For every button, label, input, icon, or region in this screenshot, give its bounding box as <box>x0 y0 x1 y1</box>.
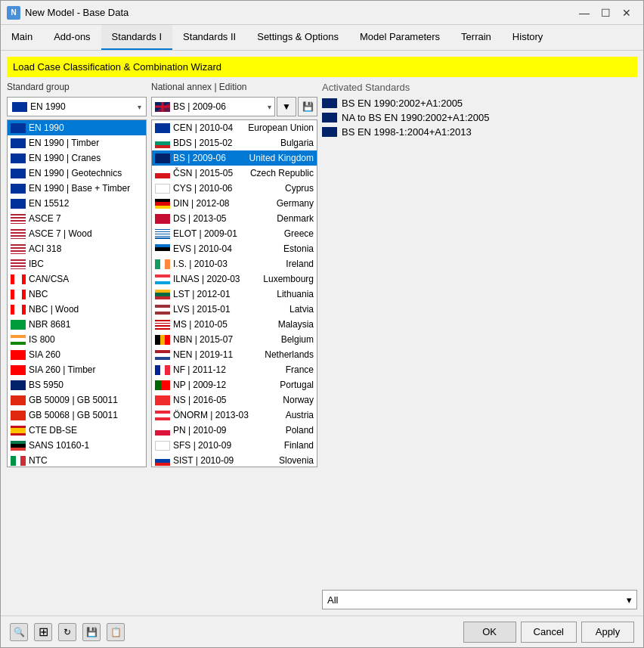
standard-group-item[interactable]: IS 800 <box>8 332 146 347</box>
menu-settings[interactable]: Settings & Options <box>246 25 349 50</box>
standard-group-item[interactable]: GB 50009 | GB 50011 <box>8 392 146 408</box>
standard-group-item[interactable]: EN 1990 | Timber <box>8 135 146 150</box>
standard-group-item[interactable]: GB 50068 | GB 50011 <box>8 408 146 423</box>
standard-group-item[interactable]: NTC <box>8 453 146 467</box>
title-bar: N New Model - Base Data — ☐ ✕ <box>1 1 643 25</box>
national-annex-item[interactable]: LVS | 2015-01Latvia <box>152 302 317 317</box>
standard-group-item[interactable]: CTE DB-SE <box>8 423 146 438</box>
national-annex-item[interactable]: I.S. | 2010-03Ireland <box>152 256 317 271</box>
national-annex-list[interactable]: CEN | 2010-04European UnionBDS | 2015-02… <box>151 119 317 467</box>
minimize-button[interactable]: — <box>574 2 595 23</box>
standard-group-item[interactable]: NBC | Wood <box>8 302 146 317</box>
window-title: New Model - Base Data <box>25 7 574 18</box>
standard-group-item[interactable]: EN 1990 | Geotechnics <box>8 166 146 181</box>
refresh-status-icon[interactable]: ↻ <box>58 623 76 641</box>
national-annex-item[interactable]: NP | 2009-12Portugal <box>152 377 317 392</box>
save-config-button[interactable]: 💾 <box>298 97 317 116</box>
activated-standard-item: BS EN 1990:2002+A1:2005 <box>322 98 637 109</box>
standard-group-item[interactable]: ACI 318 <box>8 241 146 256</box>
national-annex-item[interactable]: MS | 2010-05Malaysia <box>152 317 317 332</box>
standard-group-item[interactable]: EN 15512 <box>8 196 146 211</box>
national-annex-item[interactable]: NS | 2016-05Norway <box>152 392 317 408</box>
standard-group-item[interactable]: BS 5950 <box>8 377 146 392</box>
national-annex-item[interactable]: SIST | 2010-09Slovenia <box>152 453 317 467</box>
national-annex-item[interactable]: CYS | 2010-06Cyprus <box>152 181 317 196</box>
national-annex-item[interactable]: NBN | 2015-07Belgium <box>152 332 317 347</box>
standard-group-item[interactable]: EN 1990 <box>8 120 146 135</box>
title-bar-buttons: — ☐ ✕ <box>574 2 637 23</box>
activated-standards-list: BS EN 1990:2002+A1:2005NA to BS EN 1990:… <box>322 98 637 138</box>
middle-header: BS | 2009-06 ▾ ▼ 💾 <box>151 97 317 116</box>
national-annex-item[interactable]: DIN | 2012-08Germany <box>152 196 317 211</box>
national-annex-item[interactable]: ČSN | 2015-05Czech Republic <box>152 166 317 181</box>
middle-panel: National annex | Edition BS | 2009-06 ▾ … <box>151 82 317 609</box>
menu-main[interactable]: Main <box>1 25 43 50</box>
copy-status-icon[interactable]: 📋 <box>107 623 125 641</box>
standard-group-label: Standard group <box>7 82 147 92</box>
national-annex-item[interactable]: PN | 2010-09Poland <box>152 423 317 438</box>
chevron-down-icon2: ▾ <box>268 103 271 111</box>
standard-group-item[interactable]: SIA 260 <box>8 347 146 362</box>
cancel-button[interactable]: Cancel <box>521 622 577 643</box>
standard-group-item[interactable]: IBC <box>8 256 146 271</box>
status-icons: 🔍 ⊞ ↻ 💾 📋 <box>10 623 125 641</box>
national-annex-item[interactable]: NEN | 2019-11Netherlands <box>152 347 317 362</box>
search-status-icon[interactable]: 🔍 <box>10 623 28 641</box>
standard-group-item[interactable]: EN 1990 | Cranes <box>8 150 146 166</box>
wizard-title: Load Case Classification & Combination W… <box>13 61 221 73</box>
app-icon: N <box>7 6 20 20</box>
close-button[interactable]: ✕ <box>616 2 637 23</box>
uk-flag-icon <box>155 102 170 112</box>
main-window: N New Model - Base Data — ☐ ✕ Main Add-o… <box>0 0 644 648</box>
filter-button[interactable]: ▼ <box>277 97 296 116</box>
national-annex-item[interactable]: BS | 2009-06United Kingdom <box>152 150 317 166</box>
standard-group-dropdown[interactable]: EN 1990 ▾ <box>7 97 147 116</box>
filter-value: All <box>327 594 338 606</box>
action-buttons: OK Cancel Apply <box>463 622 634 643</box>
national-annex-item[interactable]: DS | 2013-05Denmark <box>152 211 317 226</box>
national-annex-label: National annex | Edition <box>151 82 317 92</box>
menu-model-params[interactable]: Model Parameters <box>349 25 450 50</box>
standard-group-item[interactable]: CAN/CSA <box>8 271 146 287</box>
standard-group-value: EN 1990 <box>30 101 138 112</box>
filter-chevron-icon: ▾ <box>627 594 632 606</box>
national-annex-item[interactable]: LST | 2012-01Lithuania <box>152 287 317 302</box>
activated-standard-item: NA to BS EN 1990:2002+A1:2005 <box>322 112 637 123</box>
standard-group-item[interactable]: NBC <box>8 287 146 302</box>
national-annex-dropdown[interactable]: BS | 2009-06 ▾ <box>151 97 275 116</box>
standard-group-list[interactable]: EN 1990EN 1990 | TimberEN 1990 | CranesE… <box>7 119 147 467</box>
right-panel: Activated Standards BS EN 1990:2002+A1:2… <box>322 82 637 609</box>
national-annex-item[interactable]: EVS | 2010-04Estonia <box>152 241 317 256</box>
filter-dropdown[interactable]: All ▾ <box>322 590 637 609</box>
national-annex-item[interactable]: NF | 2011-12France <box>152 362 317 377</box>
menu-addons[interactable]: Add-ons <box>43 25 101 50</box>
standard-group-item[interactable]: NBR 8681 <box>8 317 146 332</box>
national-annex-item[interactable]: ILNAS | 2020-03Luxembourg <box>152 271 317 287</box>
menu-standards2[interactable]: Standards II <box>172 25 246 50</box>
standard-group-item[interactable]: ASCE 7 <box>8 211 146 226</box>
save-status-icon[interactable]: 💾 <box>82 623 101 641</box>
national-annex-item[interactable]: CEN | 2010-04European Union <box>152 120 317 135</box>
national-annex-item[interactable]: SFS | 2010-09Finland <box>152 438 317 453</box>
status-bar: 🔍 ⊞ ↻ 💾 📋 OK Cancel Apply <box>1 615 643 647</box>
national-annex-value: BS | 2009-06 <box>173 101 268 112</box>
grid-status-icon[interactable]: ⊞ <box>34 623 52 641</box>
menu-standards1[interactable]: Standards I <box>101 25 173 50</box>
standard-group-item[interactable]: ASCE 7 | Wood <box>8 226 146 241</box>
content-area: Load Case Classification & Combination W… <box>1 51 643 615</box>
maximize-button[interactable]: ☐ <box>595 2 616 23</box>
activated-standard-item: BS EN 1998-1:2004+A1:2013 <box>322 126 637 138</box>
apply-button[interactable]: Apply <box>581 622 634 643</box>
national-annex-item[interactable]: ELOT | 2009-01Greece <box>152 226 317 241</box>
standard-group-item[interactable]: SANS 10160-1 <box>8 438 146 453</box>
ok-button[interactable]: OK <box>463 622 516 643</box>
menu-history[interactable]: History <box>502 25 553 50</box>
standard-group-item[interactable]: SIA 260 | Timber <box>8 362 146 377</box>
main-area: Standard group EN 1990 ▾ EN 1990EN 1990 … <box>7 82 637 609</box>
activated-standards-label: Activated Standards <box>322 82 637 93</box>
national-annex-item[interactable]: ÖNORM | 2013-03Austria <box>152 408 317 423</box>
menu-terrain[interactable]: Terrain <box>450 25 502 50</box>
national-annex-item[interactable]: BDS | 2015-02Bulgaria <box>152 135 317 150</box>
menu-bar: Main Add-ons Standards I Standards II Se… <box>1 25 643 51</box>
standard-group-item[interactable]: EN 1990 | Base + Timber <box>8 181 146 196</box>
